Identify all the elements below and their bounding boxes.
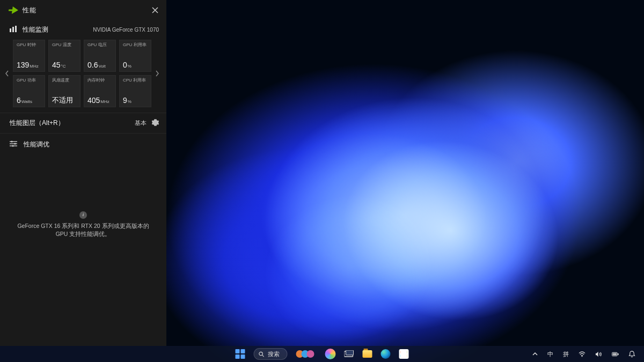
carousel-next-button[interactable] — [152, 57, 162, 90]
close-button[interactable] — [149, 4, 161, 16]
notifications-button[interactable] — [626, 348, 638, 360]
battery-icon — [612, 351, 619, 358]
stat-tile[interactable]: GPU 温度45°C — [48, 40, 80, 72]
stat-tile[interactable]: GPU 功率6Watts — [13, 75, 45, 107]
gpu-name: NVIDIA GeForce GTX 1070 — [93, 27, 159, 33]
microsoft-store-button[interactable] — [397, 348, 411, 360]
copilot-button[interactable] — [323, 348, 338, 360]
search-icon — [259, 351, 265, 357]
svg-point-9 — [259, 352, 262, 355]
panel-titlebar: 性能 — [0, 0, 166, 20]
stats-tile-grid: GPU 时钟139MHzGPU 温度45°CGPU 电压0.6VoltGPU 利… — [12, 40, 152, 107]
edge-icon — [381, 349, 391, 359]
copilot-icon — [325, 349, 336, 359]
windows-logo-icon — [236, 349, 245, 359]
stat-tile-label: GPU 电压 — [87, 43, 113, 48]
svg-line-10 — [262, 355, 264, 357]
stat-tile-value: 139MHz — [17, 61, 42, 69]
svg-rect-12 — [346, 350, 354, 355]
stat-tile-label: GPU 时钟 — [17, 43, 42, 48]
folder-icon — [363, 350, 372, 358]
widgets-button[interactable] — [294, 349, 319, 359]
gear-icon — [152, 119, 159, 126]
taskbar: 搜索 中 拼 — [0, 346, 644, 362]
edge-button[interactable] — [379, 348, 393, 360]
nvidia-logo-icon — [8, 6, 19, 14]
ime-language-button[interactable]: 中 — [545, 348, 555, 360]
stat-tile-value: 0% — [123, 61, 149, 69]
chevron-right-icon — [155, 70, 159, 77]
stat-tile-label: GPU 功率 — [17, 78, 42, 83]
bell-icon — [628, 351, 635, 358]
chevron-left-icon — [5, 70, 9, 77]
stat-tile[interactable]: GPU 时钟139MHz — [13, 40, 45, 72]
overlay-layer-label: 性能图层（Alt+R） — [10, 119, 64, 128]
stat-tile[interactable]: GPU 利用率0% — [119, 40, 151, 72]
svg-rect-1 — [12, 27, 14, 32]
info-text: GeForce GTX 16 系列和 RTX 20 系列或更高版本的 GPU 支… — [15, 222, 151, 239]
stat-tile-value: 9% — [123, 96, 149, 105]
svg-point-7 — [14, 143, 16, 144]
overlay-settings-button[interactable] — [152, 119, 159, 128]
panel-title: 性能 — [23, 6, 36, 15]
stat-tile[interactable]: GPU 电压0.6Volt — [84, 40, 116, 72]
svg-rect-2 — [15, 26, 17, 32]
bar-chart-icon — [10, 26, 17, 34]
wifi-icon — [579, 351, 586, 358]
taskbar-search[interactable]: 搜索 — [252, 348, 290, 360]
svg-point-13 — [582, 356, 583, 357]
stats-carousel: GPU 时钟139MHzGPU 温度45°CGPU 电压0.6VoltGPU 利… — [0, 38, 166, 109]
ime-mode-button[interactable]: 拼 — [561, 348, 571, 360]
search-placeholder: 搜索 — [268, 350, 280, 358]
stat-tile[interactable]: 风扇速度不适用 — [48, 75, 80, 107]
stat-tile-value: 0.6Volt — [87, 61, 113, 69]
stat-tile-label: CPU 利用率 — [123, 78, 149, 83]
tuning-label: 性能调优 — [24, 140, 49, 149]
wifi-button[interactable] — [576, 348, 588, 360]
volume-button[interactable] — [593, 348, 604, 360]
battery-button[interactable] — [610, 348, 621, 360]
task-view-icon — [345, 350, 354, 358]
svg-point-8 — [12, 145, 13, 146]
chevron-up-icon — [532, 351, 538, 357]
stat-tile-value: 6Watts — [17, 96, 42, 105]
info-icon: i — [79, 211, 87, 219]
file-explorer-button[interactable] — [361, 348, 375, 360]
overlay-layer-row: 性能图层（Alt+R） 基本 — [0, 113, 166, 134]
widgets-icon — [298, 350, 314, 358]
speaker-icon — [595, 351, 602, 358]
monitor-label: 性能监测 — [23, 25, 48, 34]
svg-point-6 — [11, 141, 12, 142]
stat-tile-value: 不适用 — [52, 97, 78, 105]
stat-tile[interactable]: CPU 利用率9% — [119, 75, 151, 107]
svg-rect-0 — [10, 28, 11, 32]
carousel-prev-button[interactable] — [2, 57, 12, 90]
nvidia-overlay-panel: 性能 性能监测 NVIDIA GeForce GTX 1070 GPU 时钟13… — [0, 0, 166, 346]
stat-tile-label: GPU 温度 — [52, 43, 78, 48]
start-button[interactable] — [233, 348, 247, 360]
sliders-icon — [10, 141, 17, 149]
stat-tile[interactable]: 内存时钟405MHz — [84, 75, 116, 107]
stat-tile-label: GPU 利用率 — [123, 43, 149, 48]
tuning-row[interactable]: 性能调优 — [0, 134, 166, 156]
stat-tile-value: 405MHz — [87, 96, 113, 105]
stat-tile-label: 风扇速度 — [52, 78, 78, 83]
task-view-button[interactable] — [342, 348, 356, 360]
svg-rect-16 — [613, 353, 617, 355]
tuning-unsupported-info: i GeForce GTX 16 系列和 RTX 20 系列或更高版本的 GPU… — [0, 205, 166, 346]
close-icon — [152, 7, 158, 13]
stat-tile-label: 内存时钟 — [87, 78, 113, 83]
stat-tile-value: 45°C — [52, 61, 78, 69]
tray-overflow-button[interactable] — [530, 348, 540, 360]
taskbar-center-group: 搜索 — [233, 348, 411, 360]
system-tray: 中 拼 — [530, 348, 644, 360]
overlay-mode-toggle[interactable]: 基本 — [135, 119, 147, 127]
store-icon — [399, 349, 409, 359]
monitor-header-row: 性能监测 NVIDIA GeForce GTX 1070 — [0, 20, 166, 38]
svg-rect-15 — [618, 353, 619, 354]
